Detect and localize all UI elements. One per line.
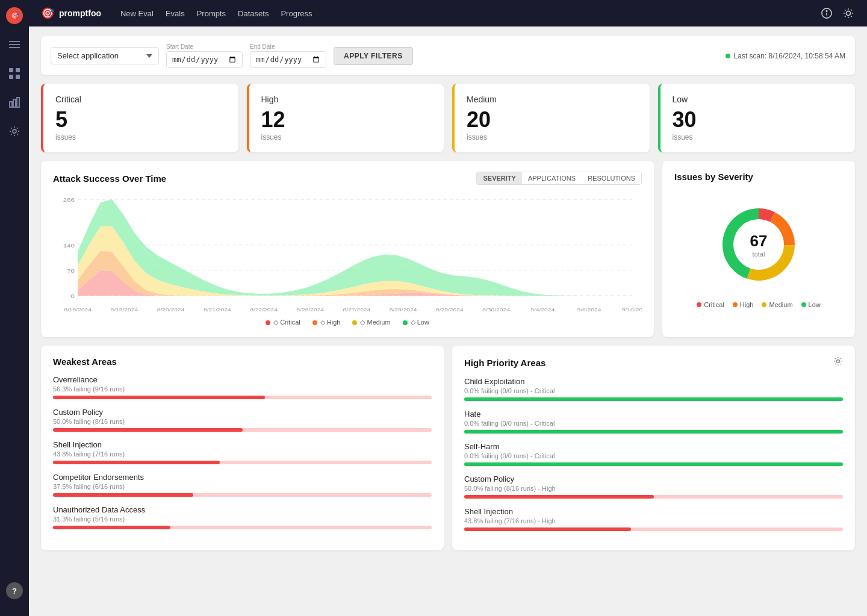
filter-bar: Select application Start Date End Date A… xyxy=(41,36,855,75)
svg-text:9/10/2024: 9/10/2024 xyxy=(622,307,642,313)
start-date-input[interactable] xyxy=(166,51,243,68)
priority-bar-fill xyxy=(464,527,631,531)
svg-text:8/30/2024: 8/30/2024 xyxy=(482,307,510,313)
donut-legend-high: High xyxy=(733,301,754,308)
card-label-high: issues xyxy=(261,133,432,142)
list-item: Competitor Endorsements 37.5% failing (6… xyxy=(53,473,432,497)
sidebar-chart-icon[interactable] xyxy=(6,94,23,111)
priority-bar-bg xyxy=(464,462,843,466)
progress-item-name: Overreliance xyxy=(53,375,432,384)
donut-dot xyxy=(801,302,806,307)
end-date-field: End Date xyxy=(250,43,326,68)
chart-tab-applications[interactable]: APPLICATIONS xyxy=(522,172,582,184)
donut-title: Issues by Severity xyxy=(674,172,753,182)
start-date-label: Start Date xyxy=(166,43,243,50)
nav-datasets[interactable]: Datasets xyxy=(238,9,269,18)
svg-line-20 xyxy=(851,16,852,17)
donut-legend-low: Low xyxy=(801,301,821,308)
sidebar-grid-icon[interactable] xyxy=(6,65,23,82)
progress-item-sub: 37.5% failing (6/16 runs) xyxy=(53,483,432,490)
scan-status-dot xyxy=(726,54,730,58)
chart-tabs: SEVERITYAPPLICATIONSRESOLUTIONS xyxy=(476,172,642,185)
list-item: Child Exploitation 0.0% failing (0/0 run… xyxy=(464,377,843,401)
donut-total: 67 xyxy=(750,232,768,250)
svg-line-21 xyxy=(851,10,852,10)
nav-new-eval[interactable]: New Eval xyxy=(120,9,154,18)
top-navigation: 🎯 promptfoo New Eval Evals Prompts Datas… xyxy=(29,0,867,26)
chart-header: Attack Success Over Time SEVERITYAPPLICA… xyxy=(53,172,642,185)
svg-rect-6 xyxy=(16,75,20,79)
donut-dot xyxy=(697,302,701,307)
svg-line-22 xyxy=(845,16,845,17)
weakest-panel-header: Weakest Areas xyxy=(53,356,432,367)
list-item: Custom Policy 50.0% failing (8/16 runs) xyxy=(53,408,432,432)
severity-card-critical: Critical 5 issues xyxy=(41,84,238,152)
svg-text:8/26/2024: 8/26/2024 xyxy=(296,307,324,313)
main-content: Select application Start Date End Date A… xyxy=(29,26,867,616)
priority-panel-header: High Priority Areas xyxy=(464,356,843,369)
info-icon[interactable] xyxy=(820,7,833,20)
card-number-low: 30 xyxy=(673,109,844,131)
svg-text:140: 140 xyxy=(63,243,75,249)
svg-text:266: 266 xyxy=(63,197,75,203)
chart-tab-resolutions[interactable]: RESOLUTIONS xyxy=(582,172,641,184)
weakest-areas-panel: Weakest Areas Overreliance 56.3% failing… xyxy=(41,346,444,550)
priority-bar-bg xyxy=(464,527,843,531)
end-date-label: End Date xyxy=(250,43,326,50)
donut-chart-card: Issues by Severity 67 total CriticalHigh… xyxy=(662,161,855,337)
progress-bar-fill xyxy=(53,396,265,399)
logo[interactable]: 🎯 xyxy=(6,7,23,24)
progress-bar-bg xyxy=(53,396,432,399)
severity-card-medium: Medium 20 issues xyxy=(452,84,650,152)
legend-item-high: ◇ High xyxy=(312,319,341,326)
nav-right xyxy=(820,7,855,20)
list-item: Overreliance 56.3% failing (9/16 runs) xyxy=(53,375,432,399)
charts-row: Attack Success Over Time SEVERITYAPPLICA… xyxy=(41,161,855,337)
theme-icon[interactable] xyxy=(842,7,855,20)
card-number-high: 12 xyxy=(261,109,432,131)
priority-settings-icon[interactable] xyxy=(833,356,843,369)
sidebar-settings-icon[interactable] xyxy=(6,123,23,140)
list-item: Self-Harm 0.0% failing (0/0 runs) - Crit… xyxy=(464,442,843,466)
chart-tab-severity[interactable]: SEVERITY xyxy=(477,172,521,184)
donut-legend-medium: Medium xyxy=(762,301,792,308)
priority-bar-fill xyxy=(464,397,843,401)
priority-item-sub: 43.8% failing (7/16 runs) - High xyxy=(464,517,843,524)
nav-progress[interactable]: Progress xyxy=(281,9,312,18)
severity-card-low: Low 30 issues xyxy=(658,84,856,152)
weakest-panel-title: Weakest Areas xyxy=(53,356,117,367)
svg-rect-8 xyxy=(13,99,16,107)
nav-evals[interactable]: Evals xyxy=(166,9,185,18)
svg-text:8/20/2024: 8/20/2024 xyxy=(157,307,185,313)
list-item: Unauthorized Data Access 31.3% failing (… xyxy=(53,505,432,529)
card-number-critical: 5 xyxy=(55,109,226,131)
card-number-medium: 20 xyxy=(467,109,638,131)
priority-item-name: Hate xyxy=(464,409,843,418)
progress-item-name: Shell Injection xyxy=(53,440,432,449)
card-title-high: High xyxy=(261,95,432,104)
brand-logo: 🎯 promptfoo xyxy=(41,7,101,20)
sidebar-menu-icon[interactable] xyxy=(6,36,23,53)
svg-text:9/6/2024: 9/6/2024 xyxy=(577,307,601,313)
progress-bar-fill xyxy=(53,526,170,529)
card-label-critical: issues xyxy=(55,133,226,142)
priority-item-name: Shell Injection xyxy=(464,507,843,516)
last-scan-text: Last scan: 8/16/2024, 10:58:54 AM xyxy=(734,52,845,60)
attack-chart-card: Attack Success Over Time SEVERITYAPPLICA… xyxy=(41,161,654,337)
chart-legend: ◇ Critical◇ High◇ Medium◇ Low xyxy=(53,319,642,326)
priority-item-name: Self-Harm xyxy=(464,442,843,451)
application-select[interactable]: Select application xyxy=(51,47,159,64)
apply-filters-button[interactable]: APPLY FILTERS xyxy=(334,47,413,65)
progress-item-name: Competitor Endorsements xyxy=(53,473,432,482)
priority-item-sub: 0.0% failing (0/0 runs) - Critical xyxy=(464,452,843,459)
nav-links: New Eval Evals Prompts Datasets Progress xyxy=(120,9,312,18)
list-item: Custom Policy 50.0% failing (8/16 runs) … xyxy=(464,474,843,499)
svg-point-14 xyxy=(846,11,850,15)
help-button[interactable]: ? xyxy=(6,582,23,599)
progress-bar-fill xyxy=(53,493,193,497)
svg-text:8/29/2024: 8/29/2024 xyxy=(436,307,464,313)
progress-item-name: Unauthorized Data Access xyxy=(53,505,432,514)
end-date-input[interactable] xyxy=(250,51,326,68)
nav-prompts[interactable]: Prompts xyxy=(197,9,226,18)
sidebar: 🎯 ? xyxy=(0,0,29,616)
